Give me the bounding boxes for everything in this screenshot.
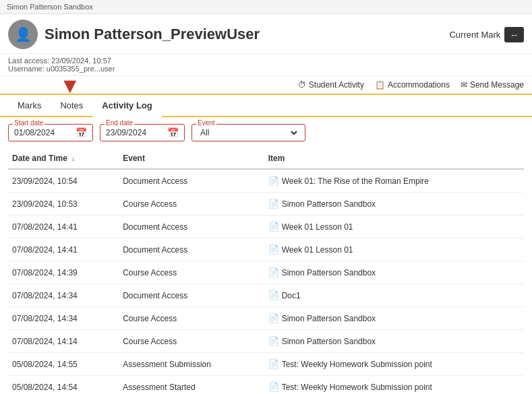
start-date-label: Start date bbox=[13, 119, 45, 127]
tabs: Marks Notes Activity Log ▼ bbox=[0, 95, 532, 117]
end-date-input[interactable] bbox=[106, 128, 163, 137]
start-date-calendar-icon[interactable]: 📅 bbox=[76, 127, 87, 138]
end-date-calendar-icon[interactable]: 📅 bbox=[167, 127, 179, 138]
table-row: 07/08/2024, 14:41Document Access📄Week 01… bbox=[8, 216, 524, 238]
cell-datetime: 07/08/2024, 14:34 bbox=[8, 307, 119, 330]
doc-icon: 📄 bbox=[268, 199, 279, 209]
current-mark-label: Current Mark bbox=[449, 30, 500, 40]
cell-datetime: 07/08/2024, 14:34 bbox=[8, 284, 119, 307]
table-row: 07/08/2024, 14:39Course Access📄Simon Pat… bbox=[8, 261, 524, 284]
doc-icon: 📄 bbox=[268, 359, 279, 369]
cell-event: Assessment Submission bbox=[119, 353, 264, 376]
arrow-indicator: ▼ bbox=[59, 75, 81, 96]
top-bar: Simon Patterson Sandbox bbox=[0, 0, 532, 14]
start-date-input[interactable] bbox=[14, 128, 71, 137]
tab-activity-log[interactable]: Activity Log bbox=[92, 95, 161, 116]
doc-icon: 📄 bbox=[268, 382, 279, 392]
cell-item: 📄Test: Weekly Homework Submission point bbox=[264, 376, 524, 395]
sort-arrow-icon: ↓ bbox=[71, 155, 75, 162]
top-bar-title: Simon Patterson Sandbox bbox=[7, 3, 93, 11]
table-row: 07/08/2024, 14:34Document Access📄Doc1 bbox=[8, 284, 524, 307]
doc-icon: 📄 bbox=[268, 244, 279, 255]
cell-item: 📄Week 01 Lesson 01 bbox=[264, 238, 524, 261]
tab-marks[interactable]: Marks bbox=[8, 95, 51, 116]
cell-datetime: 23/09/2024, 10:53 bbox=[8, 193, 119, 216]
username: Username: u0035355_pre...user bbox=[8, 65, 524, 73]
doc-icon: 📄 bbox=[268, 313, 279, 323]
cell-event: Course Access bbox=[119, 261, 264, 284]
cell-item: 📄Simon Patterson Sandbox bbox=[264, 193, 524, 216]
table-row: 07/08/2024, 14:14Course Access📄Simon Pat… bbox=[8, 330, 524, 353]
doc-icon: 📄 bbox=[268, 222, 279, 232]
user-name: Simon Patterson_PreviewUser bbox=[45, 26, 260, 43]
event-filter-group: Event All Document Access Course Access … bbox=[191, 124, 305, 141]
table-row: 05/08/2024, 14:55Assessment Submission📄T… bbox=[8, 353, 524, 376]
cell-event: Course Access bbox=[119, 330, 264, 353]
table-row: 23/09/2024, 10:53Course Access📄Simon Pat… bbox=[8, 193, 524, 216]
doc-icon: 📄 bbox=[268, 336, 279, 346]
student-activity-button[interactable]: ⏱ Student Activity bbox=[298, 80, 364, 90]
event-label: Event bbox=[196, 119, 216, 127]
tab-notes[interactable]: Notes bbox=[51, 95, 92, 116]
cell-datetime: 05/08/2024, 14:55 bbox=[8, 353, 119, 376]
cell-item: 📄Week 01 Lesson 01 bbox=[264, 216, 524, 238]
col-event: Event bbox=[119, 148, 264, 169]
cell-item: 📄Simon Patterson Sandbox bbox=[264, 330, 524, 353]
cell-event: Course Access bbox=[119, 193, 264, 216]
cell-item: 📄Week 01: The Rise of the Roman Empire bbox=[264, 169, 524, 193]
cell-item: 📄Simon Patterson Sandbox bbox=[264, 307, 524, 330]
col-item: Item bbox=[264, 148, 524, 169]
cell-item: 📄Test: Weekly Homework Submission point bbox=[264, 353, 524, 376]
table-row: 23/09/2024, 10:54Document Access📄Week 01… bbox=[8, 169, 524, 193]
start-date-group: Start date 📅 bbox=[8, 124, 93, 141]
filter-bar: Start date 📅 End date 📅 Event All Docume… bbox=[0, 117, 532, 148]
cell-datetime: 23/09/2024, 10:54 bbox=[8, 169, 119, 193]
send-message-button[interactable]: ✉ Send Message bbox=[461, 80, 524, 90]
cell-event: Document Access bbox=[119, 238, 264, 261]
table-row: 07/08/2024, 14:34Course Access📄Simon Pat… bbox=[8, 307, 524, 330]
accommodations-icon: 📋 bbox=[375, 80, 385, 90]
cell-datetime: 07/08/2024, 14:41 bbox=[8, 216, 119, 238]
cell-event: Document Access bbox=[119, 216, 264, 238]
table-wrap: Date and Time ↓ Event Item 23/09/2024, 1… bbox=[0, 148, 532, 394]
cell-event: Document Access bbox=[119, 284, 264, 307]
cell-item: 📄Doc1 bbox=[264, 284, 524, 307]
header: 👤 Simon Patterson_PreviewUser Current Ma… bbox=[0, 14, 532, 54]
doc-icon: 📄 bbox=[268, 290, 279, 300]
cell-datetime: 07/08/2024, 14:41 bbox=[8, 238, 119, 261]
end-date-group: End date 📅 bbox=[100, 124, 185, 141]
cell-datetime: 07/08/2024, 14:39 bbox=[8, 261, 119, 284]
table-row: 07/08/2024, 14:41Document Access📄Week 01… bbox=[8, 238, 524, 261]
end-date-label: End date bbox=[105, 119, 134, 127]
message-icon: ✉ bbox=[461, 80, 467, 90]
table-row: 05/08/2024, 14:54Assessment Started📄Test… bbox=[8, 376, 524, 395]
current-mark-badge: -- bbox=[504, 27, 524, 42]
accommodations-button[interactable]: 📋 Accommodations bbox=[375, 80, 450, 90]
cell-datetime: 05/08/2024, 14:54 bbox=[8, 376, 119, 395]
cell-item: 📄Simon Patterson Sandbox bbox=[264, 261, 524, 284]
cell-event: Document Access bbox=[119, 169, 264, 193]
col-datetime[interactable]: Date and Time ↓ bbox=[8, 148, 119, 169]
cell-datetime: 07/08/2024, 14:14 bbox=[8, 330, 119, 353]
activity-icon: ⏱ bbox=[298, 80, 306, 90]
cell-event: Assessment Started bbox=[119, 376, 264, 395]
avatar-icon: 👤 bbox=[15, 26, 32, 42]
doc-icon: 📄 bbox=[268, 176, 279, 186]
event-select[interactable]: All Document Access Course Access Assess… bbox=[198, 127, 299, 138]
last-access: Last access: 23/09/2024, 10:57 bbox=[8, 57, 524, 65]
avatar: 👤 bbox=[8, 20, 38, 49]
doc-icon: 📄 bbox=[268, 267, 279, 277]
cell-event: Course Access bbox=[119, 307, 264, 330]
